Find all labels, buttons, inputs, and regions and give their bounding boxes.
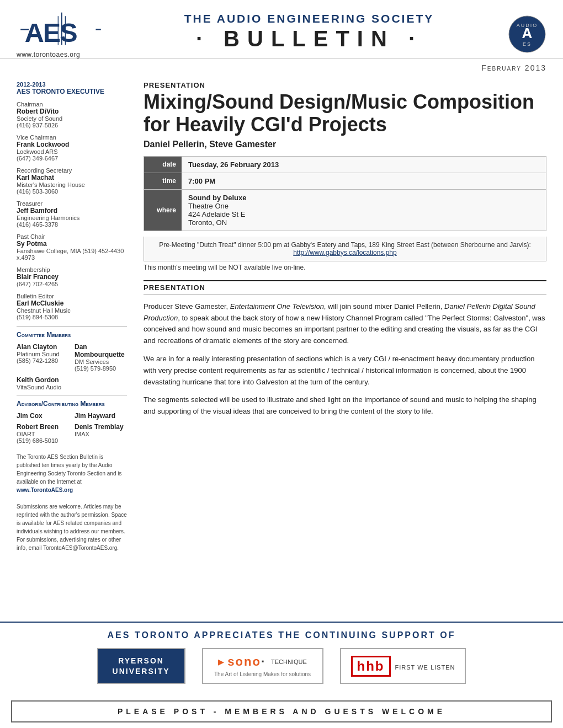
sono-name: sono· <box>227 655 265 669</box>
header-title: The Audio Engineering Society <box>184 12 434 25</box>
body-paragraph-3: The segments selected will be used to il… <box>144 394 546 417</box>
sono-tagline: The Art of Listening Makes for solutions <box>214 671 311 677</box>
advisor-col-right: Jim Hayward <box>75 412 127 420</box>
time-label: time <box>144 173 182 189</box>
pre-meeting-note: Pre-Meeting "Dutch Treat" dinner 5:00 pm… <box>144 237 546 261</box>
advisor-denis-tremblay: Denis Tremblay IMAX <box>75 423 127 444</box>
sidebar: 2012-2013 AES TORONTO EXECUTIVE Chairman… <box>11 76 132 622</box>
exec-chairman: Chairman Robert DiVito Society of Sound … <box>17 101 127 129</box>
date-line: February 2013 <box>0 59 563 76</box>
venue-name: Sound by Deluxe <box>188 194 246 202</box>
header-bulletin: · BULLETIN · <box>196 26 422 51</box>
where-value: Sound by Deluxe Theatre One424 Adelaide … <box>182 190 546 231</box>
aes-badge-logo: AUDIO A ES <box>508 15 546 53</box>
presentation-label-2: PRESENTATION <box>144 280 546 295</box>
ryerson-logo-text: RYERSON UNIVERSITY <box>113 656 170 676</box>
exec-past-chair: Past Chair Sy Potma Fanshawe College, MI… <box>17 233 127 261</box>
logo-area: AES www.torontoaes.org <box>17 10 138 58</box>
sponsor-ryerson: RYERSON UNIVERSITY <box>97 648 185 684</box>
event-details-table: date Tuesday, 26 February 2013 time 7:00… <box>144 156 546 231</box>
presentation-label-1: PRESENTATION <box>144 81 546 89</box>
committee-grid: Alan Clayton Platinum Sound (585) 742-12… <box>17 343 127 372</box>
presentation-title: Mixing/Sound Design/Music Composition fo… <box>144 90 546 136</box>
exec-recording-secretary: Recording Secretary Karl Machat Mister's… <box>17 167 127 195</box>
svg-text:AES: AES <box>25 18 77 47</box>
header-center: The Audio Engineering Society · BULLETIN… <box>138 12 480 57</box>
footer-text: PLEASE POST - MEMBERS AND GUESTS WELCOME <box>118 707 445 716</box>
exec-membership: Membership Blair Francey (647) 702-4265 <box>17 266 127 287</box>
online-note: This month's meeting will be NOT availab… <box>144 261 546 274</box>
body-paragraph-2: We are in for a really interesting prese… <box>144 354 546 388</box>
event-where-row: where Sound by Deluxe Theatre One424 Ade… <box>144 189 546 231</box>
aes-logo: AES <box>17 10 105 49</box>
exec-vice-chairman: Vice Chairman Frank Lockwood Lockwood AR… <box>17 134 127 162</box>
sponsor-sono: ▸ sono· TECHNIQUE The Art of Listening M… <box>202 648 323 684</box>
advisor-col-left: Jim Cox <box>17 412 69 420</box>
where-label: where <box>144 190 182 231</box>
header-right: AUDIO A ES <box>480 15 546 53</box>
advisors-title: Advisors/Contributing Members <box>17 400 127 408</box>
main-content: 2012-2013 AES TORONTO EXECUTIVE Chairman… <box>0 76 563 622</box>
body-paragraph-1: Producer Steve Gamester, Entertainment O… <box>144 301 546 347</box>
hhb-tagline: FIRST WE LISTEN <box>395 664 455 671</box>
website-label: www.torontoaes.org <box>17 51 80 58</box>
venue-details: Theatre One424 Adelaide St EToronto, ON <box>188 202 245 227</box>
event-time-row: time 7:00 PM <box>144 173 546 189</box>
committee-col-right: Dan Mombourquette DM Services (519) 579-… <box>75 343 127 372</box>
exec-bulletin-editor: Bulletin Editor Earl McCluskie Chestnut … <box>17 293 127 320</box>
support-section: AES Toronto Appreciates the Continuing S… <box>0 622 563 697</box>
date-value: Tuesday, 26 February 2013 <box>182 157 546 173</box>
sponsor-hhb: hhb FIRST WE LISTEN <box>340 648 466 684</box>
hhb-logo-row: hhb FIRST WE LISTEN <box>351 656 455 677</box>
time-value: 7:00 PM <box>182 173 546 189</box>
sidebar-exec-title: AES TORONTO EXECUTIVE <box>17 88 127 95</box>
support-title: AES Toronto Appreciates the Continuing S… <box>17 630 546 640</box>
presentation-body: Producer Steve Gamester, Entertainment O… <box>144 301 546 417</box>
exec-treasurer: Treasurer Jeff Bamford Engineering Harmo… <box>17 200 127 228</box>
advisors-grid2: Robert Breen OIART (519) 686-5010 Denis … <box>17 423 127 444</box>
date-label: date <box>144 157 182 173</box>
hhb-logo-text: hhb <box>351 656 391 677</box>
committee-col-left: Alan Clayton Platinum Sound (585) 742-12… <box>17 343 69 372</box>
advisors-grid: Jim Cox Jim Hayward <box>17 412 127 420</box>
content-right: PRESENTATION Mixing/Sound Design/Music C… <box>132 76 552 622</box>
advisor-robert-breen: Robert Breen OIART (519) 686-5010 <box>17 423 69 444</box>
header: AES www.torontoaes.org The Audio Enginee… <box>0 0 563 59</box>
svg-text:ES: ES <box>523 41 532 47</box>
date-display: February 2013 <box>481 63 546 72</box>
sono-arrow-icon: ▸ <box>218 655 224 669</box>
footer-bar: PLEASE POST - MEMBERS AND GUESTS WELCOME <box>11 700 552 722</box>
sidebar-footer: The Toronto AES Section Bulletin is publ… <box>17 453 127 552</box>
sidebar-year: 2012-2013 <box>17 81 127 88</box>
sono-logo-top: ▸ sono· TECHNIQUE <box>218 655 306 669</box>
gabbys-link[interactable]: http://www.gabbys.ca/locations.php <box>293 249 396 256</box>
presentation-presenters: Daniel Pellerin, Steve Gamester <box>144 140 546 149</box>
event-date-row: date Tuesday, 26 February 2013 <box>144 157 546 173</box>
svg-text:A: A <box>522 25 533 41</box>
sponsors-row: RYERSON UNIVERSITY ▸ sono· TECHNIQUE The… <box>17 648 546 684</box>
committee-title: Committee Members <box>17 331 127 339</box>
